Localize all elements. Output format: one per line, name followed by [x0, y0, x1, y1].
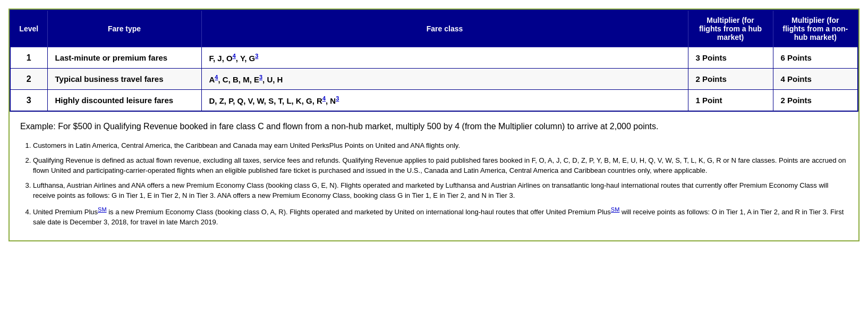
multiplier-hub-cell: 1 Point [688, 90, 773, 112]
fare-class-cell: D, Z, P, Q, V, W, S, T, L, K, G, R4, N3 [201, 90, 688, 112]
notes-section: Example: For $500 in Qualifying Revenue … [10, 112, 858, 240]
multiplier-nonhub-cell: 2 Points [773, 90, 858, 112]
footnote-item: Customers in Latin America, Central Amer… [33, 140, 848, 151]
fare-type-cell: Highly discounted leisure fares [47, 90, 201, 112]
multiplier-nonhub-cell: 4 Points [773, 69, 858, 90]
example-text: Example: For $500 in Qualifying Revenue … [20, 120, 848, 133]
multiplier-nonhub-cell: 6 Points [773, 47, 858, 69]
footnotes-list: Customers in Latin America, Central Amer… [20, 140, 848, 228]
fare-table: Level Fare type Fare class Multiplier (f… [10, 10, 858, 112]
table-row: 2Typical business travel faresA4, C, B, … [10, 69, 858, 90]
table-row: 3Highly discounted leisure faresD, Z, P,… [10, 90, 858, 112]
footnote-item: United Premium PlusSM is a new Premium E… [33, 205, 848, 228]
col-header-level: Level [10, 10, 47, 47]
fare-class-cell: F, J, O4, Y, G3 [201, 47, 688, 69]
footnote-item: Qualifying Revenue is defined as actual … [33, 155, 848, 176]
table-body: 1Last-minute or premium faresF, J, O4, Y… [10, 47, 858, 112]
table-row: 1Last-minute or premium faresF, J, O4, Y… [10, 47, 858, 69]
level-cell: 3 [10, 90, 47, 112]
table-header-row: Level Fare type Fare class Multiplier (f… [10, 10, 858, 47]
fare-type-cell: Last-minute or premium fares [47, 47, 201, 69]
level-cell: 1 [10, 47, 47, 69]
footnote-item: Lufthansa, Austrian Airlines and ANA off… [33, 180, 848, 201]
col-header-fare-class: Fare class [201, 10, 688, 47]
col-header-multiplier-nonhub: Multiplier (for flights from a non-hub m… [773, 10, 858, 47]
multiplier-hub-cell: 3 Points [688, 47, 773, 69]
main-container: Level Fare type Fare class Multiplier (f… [8, 9, 860, 241]
col-header-fare-type: Fare type [47, 10, 201, 47]
fare-class-cell: A4, C, B, M, E3, U, H [201, 69, 688, 90]
multiplier-hub-cell: 2 Points [688, 69, 773, 90]
fare-type-cell: Typical business travel fares [47, 69, 201, 90]
level-cell: 2 [10, 69, 47, 90]
col-header-multiplier-hub: Multiplier (for flights from a hub marke… [688, 10, 773, 47]
